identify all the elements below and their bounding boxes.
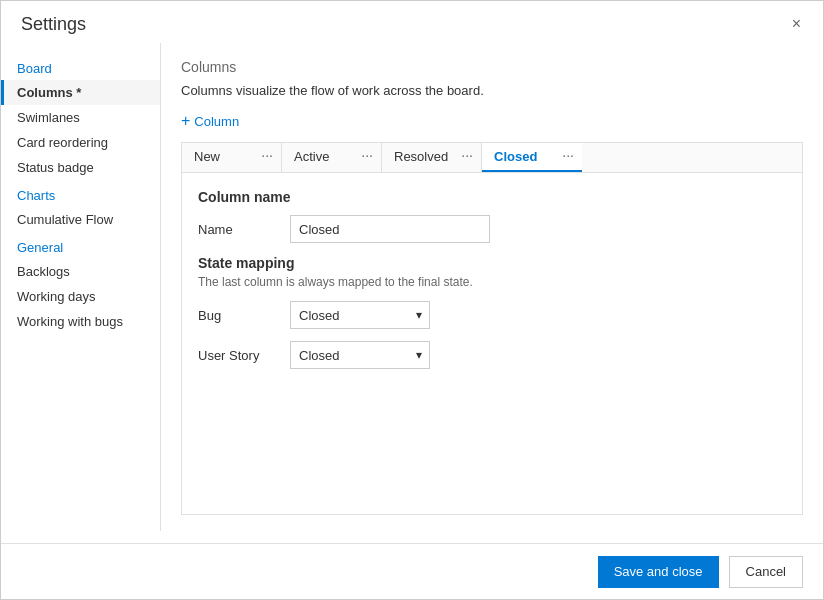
bug-label: Bug <box>198 308 278 323</box>
user-story-state-select[interactable]: Closed Active Resolved New <box>290 341 430 369</box>
column-detail-panel: Column name Name State mapping The last … <box>182 173 802 514</box>
user-story-field-row: User Story Closed Active Resolved New ▾ <box>198 341 786 369</box>
sidebar-item-cumulative-flow[interactable]: Cumulative Flow <box>1 207 160 232</box>
bug-state-select[interactable]: Closed Active Resolved New <box>290 301 430 329</box>
bug-select-wrapper: Closed Active Resolved New ▾ <box>290 301 430 329</box>
bug-field-row: Bug Closed Active Resolved New ▾ <box>198 301 786 329</box>
state-mapping-title: State mapping <box>198 255 786 271</box>
cancel-button[interactable]: Cancel <box>729 556 803 588</box>
user-story-select-wrapper: Closed Active Resolved New ▾ <box>290 341 430 369</box>
plus-icon: + <box>181 112 190 130</box>
dialog-footer: Save and close Cancel <box>1 543 823 599</box>
tab-active[interactable]: ··· Active <box>282 143 382 172</box>
user-story-label: User Story <box>198 348 278 363</box>
close-button[interactable]: × <box>786 13 807 35</box>
sidebar-item-card-reordering[interactable]: Card reordering <box>1 130 160 155</box>
sidebar-item-working-with-bugs[interactable]: Working with bugs <box>1 309 160 334</box>
tab-new-more-icon[interactable]: ··· <box>261 147 273 163</box>
tab-resolved-more-icon[interactable]: ··· <box>461 147 473 163</box>
tab-new[interactable]: ··· New <box>182 143 282 172</box>
dialog-body: Board Columns * Swimlanes Card reorderin… <box>1 43 823 531</box>
name-label: Name <box>198 222 278 237</box>
sidebar-section-general: General <box>1 232 160 259</box>
columns-tabs-wrapper: ··· New ··· Active ··· Resolved ··· Clos… <box>181 142 803 515</box>
sidebar-section-board: Board <box>1 53 160 80</box>
tab-closed[interactable]: ··· Closed <box>482 143 582 172</box>
save-and-close-button[interactable]: Save and close <box>598 556 719 588</box>
tab-active-more-icon[interactable]: ··· <box>361 147 373 163</box>
column-name-input[interactable] <box>290 215 490 243</box>
section-title: Columns <box>181 59 803 75</box>
columns-tabs: ··· New ··· Active ··· Resolved ··· Clos… <box>182 143 802 173</box>
column-name-section-title: Column name <box>198 189 786 205</box>
main-content: Columns Columns visualize the flow of wo… <box>161 43 823 531</box>
sidebar-item-columns[interactable]: Columns * <box>1 80 160 105</box>
sidebar-item-status-badge[interactable]: Status badge <box>1 155 160 180</box>
state-mapping-section: State mapping The last column is always … <box>198 255 786 369</box>
sidebar-item-working-days[interactable]: Working days <box>1 284 160 309</box>
sidebar-section-charts: Charts <box>1 180 160 207</box>
tab-closed-more-icon[interactable]: ··· <box>562 147 574 163</box>
sidebar-item-backlogs[interactable]: Backlogs <box>1 259 160 284</box>
add-column-button[interactable]: + Column <box>181 112 803 130</box>
tab-resolved[interactable]: ··· Resolved <box>382 143 482 172</box>
state-mapping-desc: The last column is always mapped to the … <box>198 275 786 289</box>
sidebar: Board Columns * Swimlanes Card reorderin… <box>1 43 161 531</box>
title-bar: Settings × <box>1 1 823 43</box>
description-text: Columns visualize the flow of work acros… <box>181 83 803 98</box>
name-field-row: Name <box>198 215 786 243</box>
dialog-title: Settings <box>21 14 86 35</box>
sidebar-item-swimlanes[interactable]: Swimlanes <box>1 105 160 130</box>
